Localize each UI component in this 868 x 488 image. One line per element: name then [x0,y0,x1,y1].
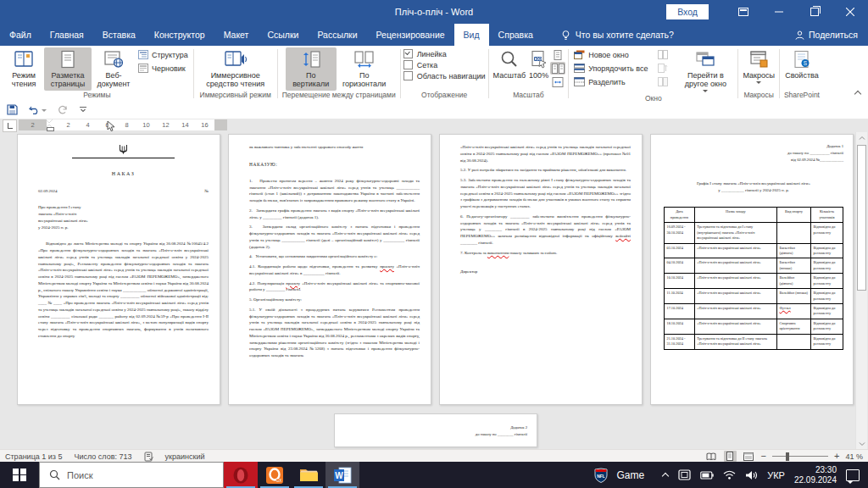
zoom-in-button[interactable]: + [834,452,839,461]
zoom-100-icon [530,49,548,69]
start-button[interactable] [0,462,39,488]
side-to-side-button[interactable]: По горизонтали [337,47,392,91]
tab-insert[interactable]: Вставка [93,24,145,46]
vertical-movement-button[interactable]: По вертикали [286,47,337,91]
header-cell: Кількість учасників [811,208,843,223]
undo-caret-icon [42,109,47,112]
read-mode-view-button[interactable] [705,451,718,462]
ribbon-group-sharepoint: S Свойства SharePoint [781,47,823,101]
document-page-4[interactable]: Додаток 1до наказу по __________ гімназі… [650,134,854,405]
tab-review[interactable]: Рецензирование [367,24,454,46]
arrange-all-button[interactable]: Упорядочить все [571,62,650,75]
taskbar-search-input[interactable]: Поиск [39,462,224,488]
zoom-slider-thumb[interactable] [786,452,789,461]
new-window-button[interactable]: Новое окно [571,48,650,61]
document-page-2[interactable]: як важливого чинника у забезпеченні здор… [228,134,431,405]
misspelled-word: проєкту [286,281,300,286]
outline-button[interactable]: Структура [136,48,191,61]
vertical-scrollbar[interactable] [855,132,867,449]
tab-home[interactable]: Главная [41,24,93,46]
ruler-checkbox[interactable]: Линейка [403,49,486,58]
tab-references[interactable]: Ссылки [258,24,308,46]
scrollbar-thumb[interactable] [857,145,866,291]
horizontal-ruler[interactable]: 2 246810121416 [19,119,224,130]
ruler-scale: 246810121416 [47,119,214,130]
one-page-button[interactable] [550,48,565,61]
web-layout-view-button[interactable] [743,451,755,462]
tab-view[interactable]: Вид [454,24,489,46]
switch-windows-button[interactable]: Перейти в другое окно [676,47,735,94]
opera-gx-icon: GX [265,466,284,485]
undo-button[interactable] [29,105,47,114]
multiple-pages-button[interactable] [550,62,565,75]
tab-help[interactable]: Справка [489,24,542,46]
taskbar-app-explorer[interactable] [292,462,326,488]
document-page-3[interactable]: «Пліч-о-пліч всеукраїнські шкільні ліги»… [439,134,643,405]
navigation-pane-checkbox[interactable]: Область навигации [403,71,486,80]
ribbon-display-options-button[interactable] [726,0,761,24]
taskbar-app-word[interactable]: W [326,462,359,488]
tray-expand-chevron-icon[interactable] [662,472,669,479]
tab-layout[interactable]: Макет [214,24,259,46]
scroll-down-button[interactable] [856,438,867,449]
document-page-1[interactable]: НАКАЗ 02.09.2024 № Про проведення І етап… [17,134,220,405]
zoom-slider[interactable] [772,456,828,457]
word-count[interactable]: Число слов: 713 [74,452,131,461]
restore-icon [810,8,819,16]
cell: 16.09.2024 - 30.10.2024 [665,223,695,243]
macros-button[interactable]: Макросы [741,47,776,91]
sign-in-button[interactable]: Вход [666,4,709,19]
nfl-game-icon[interactable]: NFL [594,468,608,483]
view-side-by-side-button[interactable] [655,48,670,61]
page-indicator[interactable]: Страница 1 из 5 [5,452,62,461]
scroll-up-button[interactable] [856,132,867,143]
save-button[interactable] [7,104,18,115]
read-mode-button[interactable]: Режим чтения [3,47,44,91]
header-cell: Вид спорту [776,208,810,223]
game-window-label[interactable]: Game [617,469,645,481]
ribbon-group-page-movement: По вертикали По горизонтали Перемещение … [279,47,399,101]
close-button[interactable] [832,0,868,24]
zoom-out-button[interactable]: − [761,452,766,461]
share-button[interactable]: Поделиться [795,24,858,46]
minimize-button[interactable] [761,0,797,24]
volume-icon[interactable] [745,470,758,480]
signature-line: Директор [460,269,631,274]
tab-design[interactable]: Конструктор [145,24,214,46]
collapse-ribbon-button[interactable] [854,89,861,96]
tell-me-label: Что вы хотите сделать? [576,30,674,40]
split-button[interactable]: Разделить [571,75,650,88]
tab-mailings[interactable]: Рассылки [308,24,366,46]
document-page-5[interactable]: Додаток 2до наказу по ________ гімназії [334,413,537,447]
wifi-icon[interactable] [723,470,736,480]
taskbar-app-opera-gx[interactable]: GX [258,462,292,488]
tell-me-box[interactable]: Что вы хотите сделать? [561,24,674,46]
action-center-icon[interactable] [846,469,860,481]
synchronous-scrolling-button[interactable] [655,62,670,75]
taskbar-app-opera[interactable] [224,462,258,488]
document-canvas[interactable]: НАКАЗ 02.09.2024 № Про проведення І етап… [0,132,868,449]
print-layout-button[interactable]: Разметка страницы [44,47,92,91]
page-width-button[interactable] [550,75,565,88]
proofing-icon[interactable] [144,452,153,462]
battery-icon[interactable] [700,471,714,480]
language-switcher[interactable]: УКР [767,470,785,480]
web-layout-button[interactable]: Веб-документ [92,47,136,91]
redo-button[interactable] [58,105,68,115]
restore-button[interactable] [797,0,832,24]
language-indicator[interactable]: украинский [165,452,205,461]
taskbar-clock[interactable]: 23:30 22.09.2024 [794,465,837,485]
tab-file[interactable]: Файл [0,24,41,46]
print-layout-view-button[interactable] [724,451,737,462]
reset-window-position-button[interactable] [655,75,670,88]
zoom-button[interactable]: Масштаб [492,47,528,91]
gridlines-checkbox[interactable]: Сетка [403,60,486,69]
customize-qat-button[interactable] [79,106,87,114]
tab-stop-selector[interactable] [3,119,17,132]
zoom-100-button[interactable]: 100% [527,47,550,91]
tablet-mode-icon[interactable] [678,469,691,480]
draft-button[interactable]: Черновик [136,62,191,75]
properties-button[interactable]: S Свойства [783,47,821,91]
zoom-percentage[interactable]: 41 % [845,452,863,461]
immersive-reader-button[interactable]: Иммерсивное средство чтения [197,47,275,91]
